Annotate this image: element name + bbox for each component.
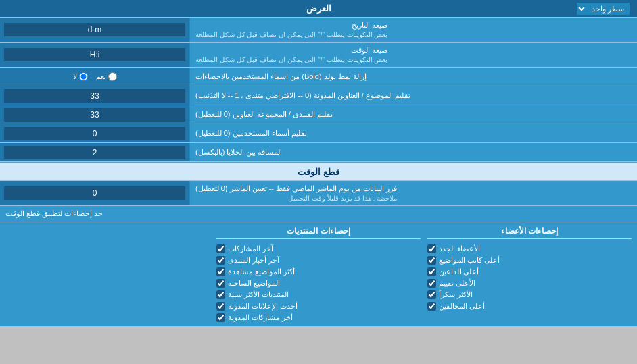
col1-header: إحصاءات الأعضاء xyxy=(427,226,632,239)
limit-label: حد إحصاءات لتطبيق قطع الوقت xyxy=(5,209,103,218)
bold-remove-row: إزالة نمط بولد (Bold) من اسماء المستخدمي… xyxy=(0,68,637,86)
bold-remove-label: إزالة نمط بولد (Bold) من اسماء المستخدمي… xyxy=(189,68,637,86)
title-align-label: تقليم الموضوع / العناوين المدونة (0 -- ا… xyxy=(189,86,637,105)
checkbox-last-posts: آخر المشاركات xyxy=(216,244,421,253)
checkbox-top-rated-input[interactable] xyxy=(427,279,436,288)
date-format-input-container xyxy=(0,18,189,42)
cutoff-section-header: قطع الوقت xyxy=(0,162,637,181)
checkbox-most-viewed: أكثر المواضيع مشاهدة xyxy=(216,267,421,276)
display-dropdown[interactable]: سطر واحدسطرينثلاثة أسطر xyxy=(576,2,630,16)
header-title: العرض xyxy=(306,3,331,14)
checkbox-latest-announcements-input[interactable] xyxy=(216,302,225,311)
checkbox-last-blog-posts: أخر مشاركات المدونة xyxy=(216,313,421,322)
cell-spacing-row: المسافة بين الخلايا (بالبكسل) xyxy=(0,143,637,162)
section-header: العرض سطر واحدسطرينثلاثة أسطر xyxy=(0,0,637,18)
cutoff-row: فرز البيانات من يوم الماشر الماضي فقط --… xyxy=(0,181,637,206)
date-format-input[interactable] xyxy=(4,23,185,36)
checkbox-top-violations-input[interactable] xyxy=(427,302,436,311)
time-format-input[interactable] xyxy=(4,48,185,61)
cutoff-input-container xyxy=(0,181,189,205)
checkbox-top-writer-input[interactable] xyxy=(427,256,436,265)
checkbox-top-inviters-input[interactable] xyxy=(427,267,436,276)
checkbox-most-thanks: الأكثر شكراً xyxy=(427,290,632,299)
checkbox-last-news-input[interactable] xyxy=(216,256,225,265)
limit-row: حد إحصاءات لتطبيق قطع الوقت xyxy=(0,206,637,222)
forum-align-label: تقليم الفنتدى / المجموعة العناوين (0 للت… xyxy=(189,105,637,124)
checkbox-hot-topics-input[interactable] xyxy=(216,279,225,288)
time-format-row: صيغة الوقت بعض التكوينات يتطلب "/" التي … xyxy=(0,43,637,68)
stats-forums-col: إحصاءات المنتديات آخر المشاركات آخر أخبا… xyxy=(216,226,421,322)
cutoff-input[interactable] xyxy=(4,186,185,200)
checkbox-top-writer: أعلى كاتب المواضيع xyxy=(427,256,632,265)
stats-extra-col xyxy=(5,226,210,322)
date-format-row: صيغة التاريخ بعض التكوينات يتطلب "/" الت… xyxy=(0,18,637,43)
user-names-input[interactable] xyxy=(4,127,185,140)
time-format-label: صيغة الوقت بعض التكوينات يتطلب "/" التي … xyxy=(189,43,637,67)
checkbox-hot-topics: المواضيع الساخنة xyxy=(216,279,421,288)
checkbox-most-similar: المنتديات الأكثر شبية xyxy=(216,290,421,299)
cell-spacing-input[interactable] xyxy=(4,146,185,159)
checkbox-latest-announcements: أحدث الإعلانات المدونة xyxy=(216,302,421,311)
cutoff-label: فرز البيانات من يوم الماشر الماضي فقط --… xyxy=(189,181,637,205)
date-format-label: صيغة التاريخ بعض التكوينات يتطلب "/" الت… xyxy=(189,18,637,42)
forum-align-input[interactable] xyxy=(4,108,185,122)
user-names-label: تقليم أسماء المستخدمين (0 للتعطيل) xyxy=(189,124,637,142)
checkbox-last-posts-input[interactable] xyxy=(216,244,225,253)
checkbox-new-members: الأعضاء الجدد xyxy=(427,244,632,253)
user-names-input-container xyxy=(0,124,189,142)
forum-align-input-container xyxy=(0,105,189,124)
forum-align-row: تقليم الفنتدى / المجموعة العناوين (0 للت… xyxy=(0,105,637,124)
bold-remove-yes[interactable]: نعم xyxy=(96,72,117,81)
checkbox-last-news: آخر أخبار المنتدى xyxy=(216,256,421,265)
checkbox-most-similar-input[interactable] xyxy=(216,290,225,299)
checkbox-most-viewed-input[interactable] xyxy=(216,267,225,276)
cell-spacing-label: المسافة بين الخلايا (بالبكسل) xyxy=(189,143,637,161)
bold-remove-no[interactable]: لا xyxy=(73,72,88,81)
cell-spacing-input-container xyxy=(0,143,189,161)
stats-members-col: إحصاءات الأعضاء الأعضاء الجدد أعلى كاتب … xyxy=(427,226,632,322)
checkbox-most-thanks-input[interactable] xyxy=(427,290,436,299)
col2-header: إحصاءات المنتديات xyxy=(216,226,421,239)
time-format-input-container xyxy=(0,43,189,67)
checkboxes-section: إحصاءات الأعضاء الأعضاء الجدد أعلى كاتب … xyxy=(0,222,637,326)
title-align-row: تقليم الموضوع / العناوين المدونة (0 -- ا… xyxy=(0,86,637,105)
checkbox-last-blog-posts-input[interactable] xyxy=(216,313,225,322)
checkbox-new-members-input[interactable] xyxy=(427,244,436,253)
checkbox-top-rated: الأعلى تقييم xyxy=(427,279,632,288)
checkbox-top-inviters: أعلى الداعين xyxy=(427,267,632,276)
user-names-row: تقليم أسماء المستخدمين (0 للتعطيل) xyxy=(0,124,637,143)
title-align-input[interactable] xyxy=(4,89,185,103)
bold-remove-radio-group: نعم لا xyxy=(0,68,189,86)
title-align-input-container xyxy=(0,86,189,105)
checkbox-top-violations: أعلى المخالفين xyxy=(427,302,632,311)
